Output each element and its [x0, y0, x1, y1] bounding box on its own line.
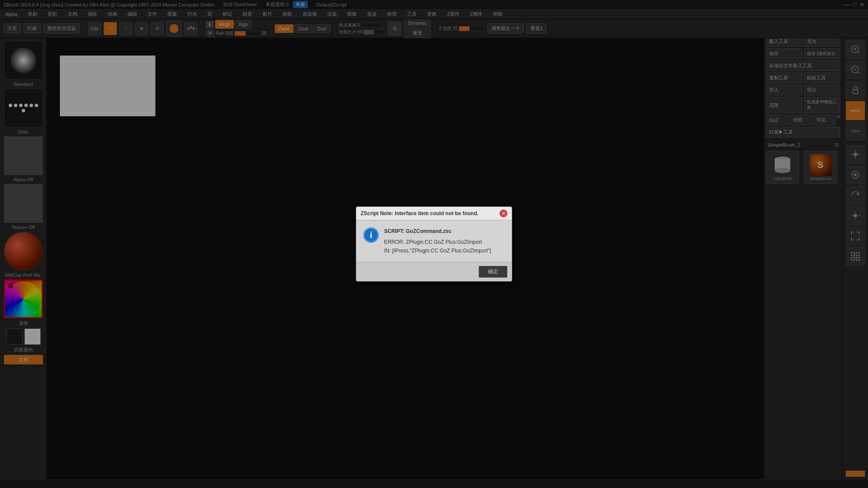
modal-ok-button[interactable]: 确定 [479, 266, 507, 278]
modal-error-line2: IN: [IPress,"ZPlugin:CC GoZ Plus:GoZImpo… [384, 247, 491, 255]
modal-footer: 确定 [356, 262, 512, 281]
modal-text: SCRIPT: GoZCommand.zsc ERROR: ZPlugin:CC… [384, 227, 491, 255]
modal-title: ZScript Note: Interface item could not b… [361, 210, 478, 216]
info-icon-text: i [370, 230, 372, 240]
modal-titlebar: ZScript Note: Interface item could not b… [356, 207, 512, 220]
modal-dialog: ZScript Note: Interface item could not b… [356, 206, 512, 282]
modal-overlay[interactable]: ZScript Note: Interface item could not b… [0, 0, 868, 488]
modal-close-button[interactable]: ✕ [500, 210, 507, 217]
modal-error-line1: ERROR: ZPlugin:CC GoZ Plus:GoZImport [384, 238, 491, 246]
modal-script-name: SCRIPT: GoZCommand.zsc [384, 227, 491, 236]
modal-body: i SCRIPT: GoZCommand.zsc ERROR: ZPlugin:… [356, 220, 512, 262]
modal-info-icon: i [363, 227, 379, 243]
